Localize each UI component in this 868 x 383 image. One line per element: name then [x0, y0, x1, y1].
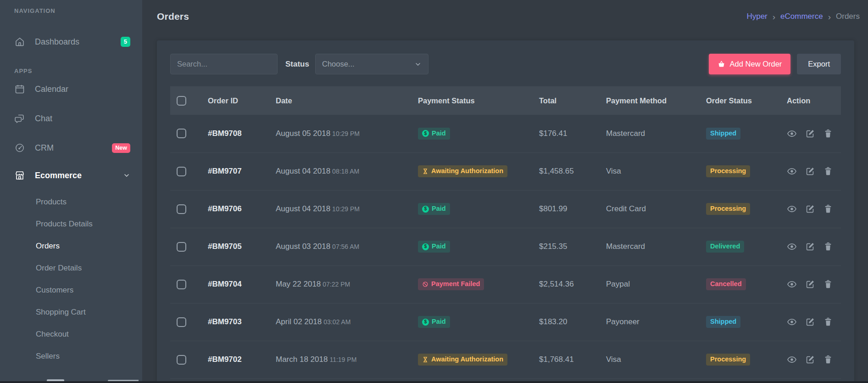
row-checkbox[interactable]	[177, 317, 186, 327]
sidebar-item-orders[interactable]: Orders	[0, 235, 142, 257]
chat-icon	[14, 113, 25, 124]
status-filter-value: Choose...	[322, 60, 355, 68]
delete-order-button[interactable]	[823, 242, 833, 252]
sidebar-section-navigation: NAVIGATION	[14, 7, 142, 14]
payment-method: Payoneer	[601, 303, 701, 341]
sidebar-item-dashboards[interactable]: Dashboards 5	[0, 27, 142, 56]
order-id-link[interactable]: #BM9705	[208, 242, 242, 251]
row-checkbox[interactable]	[177, 167, 186, 176]
edit-order-button[interactable]	[805, 279, 815, 289]
sidebar-item-label: Shopping Cart	[36, 308, 86, 317]
row-checkbox[interactable]	[177, 280, 186, 289]
view-order-button[interactable]	[787, 166, 797, 176]
sidebar-item-chat[interactable]: Chat	[0, 104, 142, 133]
order-id-link[interactable]: #BM9706	[208, 204, 242, 213]
row-checkbox[interactable]	[177, 129, 186, 138]
sidebar-item-label: Products Details	[36, 220, 93, 229]
sidebar-item-label: Order Details	[36, 264, 82, 273]
sidebar-item-products-details[interactable]: Products Details	[0, 213, 142, 235]
add-new-order-button[interactable]: Add New Order	[709, 54, 791, 74]
delete-order-button[interactable]	[823, 355, 833, 365]
delete-order-button[interactable]	[823, 166, 833, 176]
edit-order-button[interactable]	[805, 355, 815, 365]
search-input[interactable]	[170, 54, 278, 74]
table-row: #BM9705 August 03 201807:56 AM $Paid $21…	[170, 228, 841, 265]
storefront-icon	[14, 170, 25, 181]
edit-order-button[interactable]	[805, 242, 815, 252]
view-order-button[interactable]	[787, 242, 797, 252]
sidebar-item-sellers[interactable]: Sellers	[0, 345, 142, 367]
row-checkbox[interactable]	[177, 242, 186, 252]
payment-status-badge: $Paid	[418, 128, 450, 140]
order-total: $176.41	[534, 115, 601, 152]
sidebar-item-order-details[interactable]: Order Details	[0, 257, 142, 279]
delete-order-button[interactable]	[823, 204, 833, 214]
edit-order-button[interactable]	[805, 204, 815, 214]
sidebar-item-products[interactable]: Products	[0, 191, 142, 213]
delete-order-button[interactable]	[823, 279, 833, 289]
column-header-order-status[interactable]: Order Status	[701, 86, 781, 115]
breadcrumb-home[interactable]: Hyper	[746, 12, 767, 21]
order-id-link[interactable]: #BM9704	[208, 280, 242, 288]
row-checkbox[interactable]	[177, 204, 186, 214]
order-id-link[interactable]: #BM9703	[208, 317, 242, 326]
order-status-badge: Shipped	[706, 316, 740, 328]
coin-icon: $	[422, 206, 429, 213]
column-header-date[interactable]: Date	[270, 86, 412, 115]
view-order-button[interactable]	[787, 129, 797, 139]
table-row: #BM9703 April 02 201803:02 AM $Paid $183…	[170, 303, 841, 341]
add-new-order-label: Add New Order	[730, 60, 782, 68]
sidebar-item-ecommerce[interactable]: Ecommerce	[0, 163, 142, 188]
sidebar-item-calendar[interactable]: Calendar	[0, 74, 142, 104]
column-header-payment-status[interactable]: Payment Status	[412, 86, 534, 115]
order-total: $801.99	[534, 190, 601, 228]
view-order-button[interactable]	[787, 355, 797, 365]
screen-bottom-edge	[0, 381, 868, 383]
status-filter-label: Status	[285, 60, 309, 69]
order-date: August 04 2018	[276, 167, 330, 175]
sidebar-item-label: Products	[36, 197, 67, 207]
column-header-payment-method[interactable]: Payment Method	[601, 86, 701, 115]
sidebar-item-customers[interactable]: Customers	[0, 279, 142, 301]
order-total: $2,514.36	[534, 265, 601, 303]
chevron-down-icon	[414, 61, 422, 68]
payment-status-badge: Awaiting Authorization	[418, 165, 507, 177]
edit-order-button[interactable]	[805, 129, 815, 139]
view-order-button[interactable]	[787, 317, 797, 327]
order-id-link[interactable]: #BM9707	[208, 167, 242, 175]
speedometer-icon	[14, 142, 25, 153]
sidebar: NAVIGATION Dashboards 5 APPS Calendar Ch…	[0, 0, 142, 383]
delete-order-button[interactable]	[823, 317, 833, 327]
row-checkbox[interactable]	[177, 355, 186, 365]
column-header-total[interactable]: Total	[534, 86, 601, 115]
status-filter-select[interactable]: Choose...	[315, 54, 428, 74]
hourglass-icon	[422, 168, 428, 175]
sidebar-item-label: Ecommerce	[35, 171, 123, 180]
edit-order-button[interactable]	[805, 166, 815, 176]
coin-icon: $	[422, 130, 429, 137]
order-date: April 02 2018	[276, 317, 322, 326]
sidebar-item-label: Chat	[35, 114, 130, 124]
order-id-link[interactable]: #BM9702	[208, 355, 242, 364]
edit-order-button[interactable]	[805, 317, 815, 327]
sidebar-item-checkout[interactable]: Checkout	[0, 323, 142, 345]
view-order-button[interactable]	[787, 279, 797, 289]
basket-icon	[718, 60, 725, 68]
sidebar-item-shopping-cart[interactable]: Shopping Cart	[0, 301, 142, 323]
select-all-checkbox[interactable]	[177, 96, 186, 106]
sidebar-item-label: Customers	[36, 286, 73, 295]
column-header-order-id[interactable]: Order ID	[202, 86, 270, 115]
payment-method: Mastercard	[601, 115, 701, 152]
export-button[interactable]: Export	[797, 54, 841, 74]
sidebar-section-apps: APPS	[14, 68, 142, 74]
order-date: August 03 2018	[276, 242, 330, 251]
sidebar-item-crm[interactable]: CRM New	[0, 133, 142, 163]
order-status-badge: Processing	[706, 203, 750, 215]
order-time: 07:22 PM	[323, 281, 350, 288]
breadcrumb-section[interactable]: eCommerce	[780, 12, 823, 21]
order-date: August 04 2018	[276, 204, 330, 213]
delete-order-button[interactable]	[823, 129, 833, 139]
view-order-button[interactable]	[787, 204, 797, 214]
order-id-link[interactable]: #BM9708	[208, 129, 242, 138]
order-date: March 18 2018	[276, 355, 328, 364]
